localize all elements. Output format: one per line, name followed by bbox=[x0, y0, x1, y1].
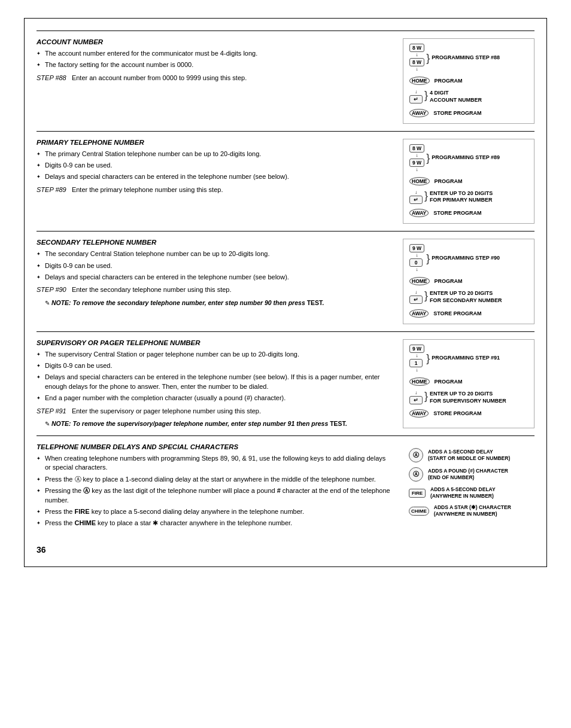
note-bold-91: NOTE: To remove the supervisory/pager te… bbox=[51, 420, 347, 427]
note-91: ✎ NOTE: To remove the supervisory/pager … bbox=[45, 419, 391, 428]
list-item: Digits 0-9 can be used. bbox=[37, 361, 391, 370]
list-item: Press the CHIME key to place a star ✱ ch… bbox=[37, 519, 391, 528]
list-item: Digits 0-9 can be used. bbox=[37, 161, 391, 170]
enter-desc-89: ENTER UP TO 20 DIGITSFOR PRIMARY NUMBER bbox=[430, 190, 493, 204]
enter-key-stack-89: ↓ ↵ bbox=[409, 190, 423, 204]
primary-telephone-title: PRIMARY TELEPHONE NUMBER bbox=[37, 139, 391, 146]
list-item: The secondary Central Station telephone … bbox=[37, 249, 391, 258]
special-key-row-3: CHIME ADDS A STAR (✱) CHARACTER(ANYWHERE… bbox=[409, 504, 529, 517]
key-0-90: 0 bbox=[409, 258, 423, 267]
key-8w-bot: 8 W bbox=[409, 58, 424, 66]
special-key-desc-0: ADDS A 1-SECOND DELAY(START OR MIDDLE OF… bbox=[428, 449, 510, 462]
list-item: The supervisory Central Station or pager… bbox=[37, 350, 391, 359]
supervisory-telephone-section: SUPERVISORY OR PAGER TELEPHONE NUMBER Th… bbox=[37, 331, 534, 435]
secondary-telephone-panel: 9 W ↓ 0 ↓ } PROGRAMMING STEP #90 HOME PR… bbox=[403, 239, 534, 324]
list-item: Digits 0-9 can be used. bbox=[37, 261, 391, 270]
list-item: The primary Central Station telephone nu… bbox=[37, 150, 391, 159]
special-key-row-0: Ⓐ ADDS A 1-SECOND DELAY(START OR MIDDLE … bbox=[409, 448, 529, 462]
primary-telephone-bullets: The primary Central Station telephone nu… bbox=[37, 150, 391, 182]
key-stack-90: 9 W ↓ 0 ↓ bbox=[409, 244, 424, 272]
home-row-88: HOME PROGRAM bbox=[409, 77, 528, 85]
home-row-91: HOME PROGRAM bbox=[409, 377, 528, 386]
enter-key-stack-88: ↓ ↵ bbox=[409, 90, 423, 103]
brace-enter-91: } bbox=[424, 391, 428, 401]
enter-row-91: ↓ ↵ } ENTER UP TO 20 DIGITSFOR SUPERVISO… bbox=[409, 391, 528, 404]
secondary-telephone-section: SECONDARY TELEPHONE NUMBER The secondary… bbox=[37, 231, 534, 331]
brace-91: } bbox=[426, 353, 430, 364]
away-row-89: AWAY STORE PROGRAM bbox=[409, 209, 528, 217]
list-item: Press the FIRE key to place a 5-second d… bbox=[37, 507, 391, 516]
store-label-89: STORE PROGRAM bbox=[433, 210, 481, 216]
away-key-90: AWAY bbox=[409, 309, 429, 318]
brace-90: } bbox=[426, 253, 430, 264]
list-item: Delays and special characters can be ent… bbox=[37, 172, 391, 181]
enter-desc-88: 4 DIGITACCOUNT NUMBER bbox=[430, 90, 482, 103]
primary-telephone-panel: 8 W ↓ 9 W ↓ } PROGRAMMING STEP #89 HOME … bbox=[403, 139, 534, 224]
step-label-89: STEP #89 bbox=[37, 186, 66, 193]
secondary-telephone-title: SECONDARY TELEPHONE NUMBER bbox=[37, 239, 391, 246]
arrow-90-2: ↓ bbox=[409, 267, 424, 272]
enter-key-89: ↵ bbox=[409, 196, 423, 204]
list-item: End a pager number with the completion c… bbox=[37, 394, 391, 403]
away-row-90: AWAY STORE PROGRAM bbox=[409, 309, 528, 318]
home-key-88: HOME bbox=[409, 77, 430, 85]
home-key-90: HOME bbox=[409, 277, 430, 285]
telephone-delays-left: TELEPHONE NUMBER DELAYS AND SPECIAL CHAR… bbox=[37, 443, 397, 532]
special-key-chime: CHIME bbox=[409, 507, 429, 516]
step-label-88: STEP #88 bbox=[37, 74, 66, 81]
enter-key-stack-91: ↓ ↵ bbox=[409, 391, 423, 404]
brace-89: } bbox=[426, 153, 430, 163]
away-key-89: AWAY bbox=[409, 209, 429, 217]
enter-key-90: ↵ bbox=[409, 296, 423, 304]
enter-desc-90: ENTER UP TO 20 DIGITSFOR SECONDARY NUMBE… bbox=[430, 290, 502, 304]
brace-enter-88: } bbox=[424, 90, 428, 100]
telephone-delays-title: TELEPHONE NUMBER DELAYS AND SPECIAL CHAR… bbox=[37, 443, 391, 450]
account-number-panel: 8 W ↓ 8 W ↓ } PROGRAMMING STEP #88 HOME … bbox=[403, 38, 534, 124]
arrow-91-1: ↓ bbox=[409, 354, 424, 358]
special-key-fire: FIRE bbox=[409, 489, 426, 498]
key-stack-88: 8 W ↓ 8 W ↓ bbox=[409, 44, 424, 72]
arrow-89-1: ↓ bbox=[409, 153, 424, 158]
enter-desc-91: ENTER UP TO 20 DIGITSFOR SUPERVISORY NUM… bbox=[430, 391, 506, 404]
brace-88: } bbox=[426, 53, 430, 63]
key-8w-89: 8 W bbox=[409, 144, 424, 153]
list-item: When creating telephone numbers with pro… bbox=[37, 454, 391, 473]
note-bold-90: NOTE: To remove the secondary telephone … bbox=[51, 299, 324, 306]
primary-telephone-section: PRIMARY TELEPHONE NUMBER The primary Cen… bbox=[37, 131, 534, 232]
prog-step-label-91: PROGRAMMING STEP #91 bbox=[432, 355, 500, 362]
program-label-88: PROGRAM bbox=[435, 78, 463, 84]
note-icon-90: ✎ bbox=[45, 300, 50, 306]
store-label-91: STORE PROGRAM bbox=[433, 410, 481, 416]
arrow-89-2: ↓ bbox=[409, 167, 424, 172]
prog-step-89-group: 8 W ↓ 9 W ↓ } PROGRAMMING STEP #89 bbox=[409, 144, 528, 172]
step-90: STEP #90 Enter the secondary telephone n… bbox=[37, 285, 391, 294]
primary-telephone-left: PRIMARY TELEPHONE NUMBER The primary Cen… bbox=[37, 139, 397, 224]
special-key-a2: Ⓐ bbox=[409, 467, 423, 482]
supervisory-telephone-title: SUPERVISORY OR PAGER TELEPHONE NUMBER bbox=[37, 339, 391, 346]
enter-key-88: ↵ bbox=[409, 95, 423, 103]
telephone-delays-bullets: When creating telephone numbers with pro… bbox=[37, 454, 391, 528]
program-label-90: PROGRAM bbox=[435, 278, 463, 284]
key-1-91: 1 bbox=[409, 359, 423, 367]
store-label-90: STORE PROGRAM bbox=[433, 310, 481, 316]
program-label-89: PROGRAM bbox=[435, 178, 463, 184]
key-stack-89: 8 W ↓ 9 W ↓ bbox=[409, 144, 424, 172]
prog-step-label-89: PROGRAMMING STEP #89 bbox=[432, 154, 500, 162]
enter-row-89: ↓ ↵ } ENTER UP TO 20 DIGITSFOR PRIMARY N… bbox=[409, 190, 528, 204]
store-label-88: STORE PROGRAM bbox=[433, 110, 481, 116]
step-text-91: Enter the supervisory or pager telephone… bbox=[72, 407, 261, 415]
note-90: ✎ NOTE: To remove the secondary telephon… bbox=[45, 298, 391, 307]
account-number-left: ACCOUNT NUMBER The account number entere… bbox=[37, 38, 397, 124]
prog-step-88-group: 8 W ↓ 8 W ↓ } PROGRAMMING STEP #88 bbox=[409, 44, 528, 72]
enter-key-91: ↵ bbox=[409, 396, 423, 404]
key-9w-91: 9 W bbox=[409, 345, 424, 353]
step-label-91: STEP #91 bbox=[37, 407, 66, 415]
arrow-91-2: ↓ bbox=[409, 368, 424, 373]
step-text-90: Enter the secondary telephone number usi… bbox=[72, 286, 232, 293]
key-9w-90: 9 W bbox=[409, 244, 424, 252]
special-key-row-2: FIRE ADDS A 5-SECOND DELAY(ANYWHERE IN N… bbox=[409, 486, 529, 499]
special-key-desc-2: ADDS A 5-SECOND DELAY(ANYWHERE IN NUMBER… bbox=[430, 486, 496, 499]
enter-key-stack-90: ↓ ↵ bbox=[409, 290, 423, 304]
brace-enter-89: } bbox=[424, 190, 428, 201]
supervisory-telephone-panel: 9 W ↓ 1 ↓ } PROGRAMMING STEP #91 HOME PR… bbox=[403, 339, 534, 428]
